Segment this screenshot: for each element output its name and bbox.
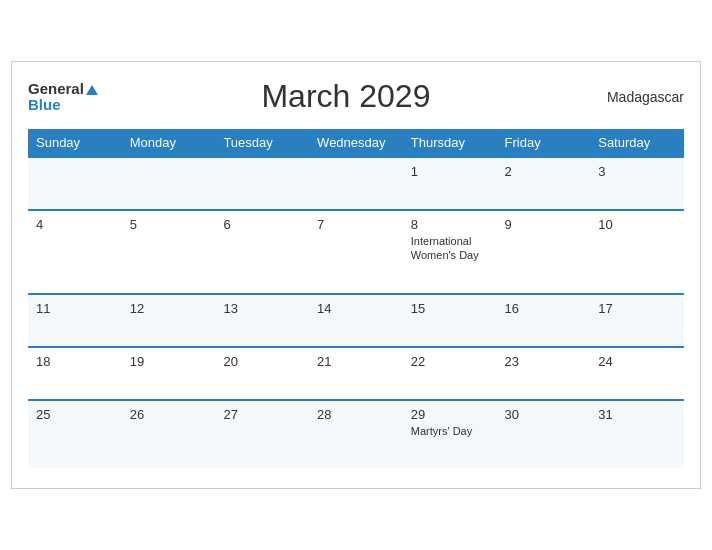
calendar-cell: 26 [122, 400, 216, 468]
day-number: 29 [411, 407, 489, 422]
week-row-3: 18192021222324 [28, 347, 684, 400]
day-number: 31 [598, 407, 676, 422]
day-number: 5 [130, 217, 208, 232]
calendar-cell: 24 [590, 347, 684, 400]
calendar-title: March 2029 [98, 78, 594, 115]
calendar-cell: 19 [122, 347, 216, 400]
event-text: International Women's Day [411, 234, 489, 263]
day-number: 25 [36, 407, 114, 422]
calendar-cell: 27 [215, 400, 309, 468]
calendar-cell: 6 [215, 210, 309, 294]
calendar-container: General Blue March 2029 Madagascar Sunda… [11, 61, 701, 489]
logo-triangle-icon [86, 85, 98, 95]
day-number: 28 [317, 407, 395, 422]
day-number: 27 [223, 407, 301, 422]
day-number: 21 [317, 354, 395, 369]
calendar-cell [28, 157, 122, 210]
calendar-table: SundayMondayTuesdayWednesdayThursdayFrid… [28, 129, 684, 468]
day-header-sunday: Sunday [28, 129, 122, 157]
calendar-cell: 15 [403, 294, 497, 347]
calendar-cell: 9 [497, 210, 591, 294]
week-row-0: 123 [28, 157, 684, 210]
calendar-cell: 13 [215, 294, 309, 347]
calendar-cell: 21 [309, 347, 403, 400]
day-number: 3 [598, 164, 676, 179]
calendar-cell: 5 [122, 210, 216, 294]
day-number: 26 [130, 407, 208, 422]
calendar-cell: 1 [403, 157, 497, 210]
day-header-friday: Friday [497, 129, 591, 157]
day-number: 12 [130, 301, 208, 316]
calendar-cell: 14 [309, 294, 403, 347]
day-number: 16 [505, 301, 583, 316]
day-header-saturday: Saturday [590, 129, 684, 157]
calendar-cell: 8International Women's Day [403, 210, 497, 294]
calendar-cell: 22 [403, 347, 497, 400]
calendar-cell: 20 [215, 347, 309, 400]
calendar-cell: 12 [122, 294, 216, 347]
logo-general: General [28, 81, 98, 97]
logo-blue: Blue [28, 97, 98, 112]
day-header-thursday: Thursday [403, 129, 497, 157]
calendar-cell: 23 [497, 347, 591, 400]
week-row-1: 45678International Women's Day910 [28, 210, 684, 294]
day-number: 1 [411, 164, 489, 179]
day-number: 9 [505, 217, 583, 232]
days-header-row: SundayMondayTuesdayWednesdayThursdayFrid… [28, 129, 684, 157]
calendar-cell: 29Martyrs' Day [403, 400, 497, 468]
week-row-2: 11121314151617 [28, 294, 684, 347]
day-number: 2 [505, 164, 583, 179]
day-number: 19 [130, 354, 208, 369]
event-text: Martyrs' Day [411, 424, 489, 438]
day-number: 23 [505, 354, 583, 369]
day-number: 4 [36, 217, 114, 232]
day-number: 7 [317, 217, 395, 232]
calendar-tbody: 12345678International Women's Day9101112… [28, 157, 684, 468]
day-number: 20 [223, 354, 301, 369]
calendar-cell: 16 [497, 294, 591, 347]
calendar-cell: 28 [309, 400, 403, 468]
day-number: 13 [223, 301, 301, 316]
calendar-header: General Blue March 2029 Madagascar [28, 78, 684, 115]
calendar-cell: 31 [590, 400, 684, 468]
week-row-4: 2526272829Martyrs' Day3031 [28, 400, 684, 468]
calendar-cell: 3 [590, 157, 684, 210]
day-header-tuesday: Tuesday [215, 129, 309, 157]
day-number: 30 [505, 407, 583, 422]
logo: General Blue [28, 81, 98, 112]
day-number: 11 [36, 301, 114, 316]
day-number: 17 [598, 301, 676, 316]
calendar-cell: 7 [309, 210, 403, 294]
calendar-cell: 25 [28, 400, 122, 468]
calendar-cell: 11 [28, 294, 122, 347]
calendar-cell: 17 [590, 294, 684, 347]
day-number: 6 [223, 217, 301, 232]
day-header-monday: Monday [122, 129, 216, 157]
calendar-cell: 4 [28, 210, 122, 294]
day-number: 22 [411, 354, 489, 369]
calendar-cell: 10 [590, 210, 684, 294]
calendar-cell: 2 [497, 157, 591, 210]
calendar-cell [215, 157, 309, 210]
day-number: 24 [598, 354, 676, 369]
calendar-country: Madagascar [594, 89, 684, 105]
calendar-cell [309, 157, 403, 210]
day-number: 18 [36, 354, 114, 369]
day-header-wednesday: Wednesday [309, 129, 403, 157]
calendar-thead: SundayMondayTuesdayWednesdayThursdayFrid… [28, 129, 684, 157]
day-number: 15 [411, 301, 489, 316]
day-number: 14 [317, 301, 395, 316]
calendar-cell [122, 157, 216, 210]
day-number: 10 [598, 217, 676, 232]
day-number: 8 [411, 217, 489, 232]
calendar-cell: 30 [497, 400, 591, 468]
calendar-cell: 18 [28, 347, 122, 400]
